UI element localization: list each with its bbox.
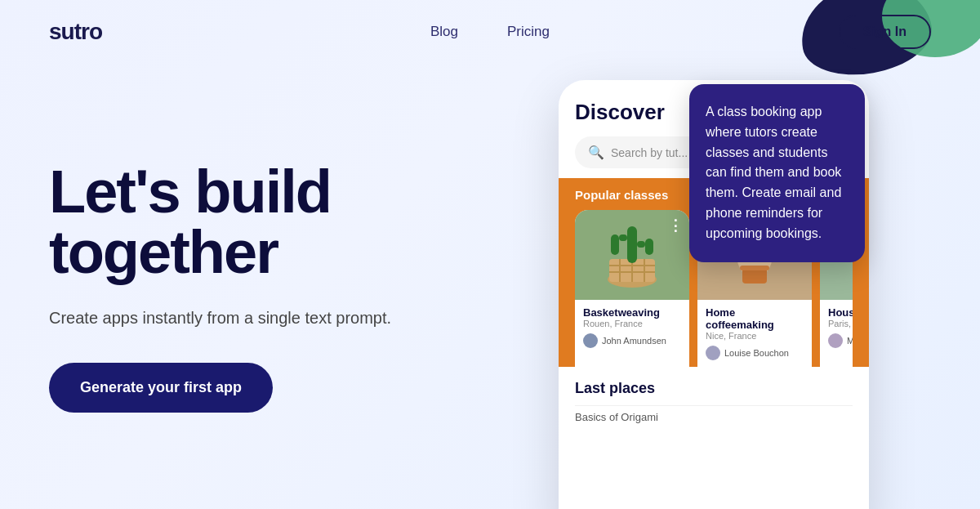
last-item-origami[interactable]: Basics of Origami (575, 405, 853, 428)
svg-rect-8 (627, 226, 637, 263)
nav-blog[interactable]: Blog (430, 24, 458, 39)
last-places-label: Last places (575, 380, 853, 397)
avatar-houseplant (828, 333, 843, 348)
hero-section: Let's build together Create apps instant… (0, 80, 980, 497)
hero-title: Let's build together (49, 162, 534, 283)
avatar-basketweaving (583, 333, 598, 348)
svg-rect-9 (611, 234, 619, 255)
hero-subtitle: Create apps instantly from a single text… (49, 306, 534, 330)
card-info-houseplant: Housepla... Paris, Fran... Michèle f... (820, 300, 853, 355)
tooltip-text: A class booking app where tutors create … (706, 105, 841, 240)
card-image-basketweaving: ⋮ (575, 210, 689, 300)
card-menu-dots[interactable]: ⋮ (668, 217, 683, 234)
card-name-coffeemaking: Home coffeemaking (706, 306, 804, 331)
hero-title-line1: Let's build (49, 158, 331, 225)
svg-rect-10 (619, 234, 627, 241)
card-author-basketweaving: John Amundsen (583, 333, 681, 348)
svg-rect-12 (637, 241, 645, 248)
navbar: sutro Blog Pricing Sign In (0, 0, 980, 64)
hero-left: Let's build together Create apps instant… (49, 80, 534, 497)
search-placeholder-text: Search by tut... (611, 146, 688, 159)
sign-in-button[interactable]: Sign In (839, 15, 931, 49)
card-name-houseplant: Housepla... (828, 306, 853, 319)
hero-right: Discover 🔍 Search by tut... Popular clas… (534, 72, 931, 497)
card-info-basketweaving: Basketweaving Rouen, France John Amundse… (575, 300, 689, 355)
last-places-section: Last places Basics of Origami (559, 367, 869, 428)
card-name-basketweaving: Basketweaving (583, 306, 681, 319)
search-icon: 🔍 (588, 145, 604, 160)
nav-pricing[interactable]: Pricing (507, 24, 550, 39)
svg-rect-17 (740, 266, 769, 270)
card-location-basketweaving: Rouen, France (583, 319, 681, 328)
card-location-houseplant: Paris, Fran... (828, 319, 853, 328)
generate-first-app-button[interactable]: Generate your first app (49, 363, 273, 413)
nav-links: Blog Pricing (430, 24, 550, 40)
hero-title-line2: together (49, 218, 278, 286)
logo[interactable]: sutro (49, 19, 102, 45)
tooltip-box: A class booking app where tutors create … (689, 84, 865, 262)
avatar-coffeemaking (706, 346, 720, 360)
class-card-basketweaving[interactable]: ⋮ Basketweaving Rouen, France John Amund… (575, 210, 689, 367)
card-author-coffeemaking: Louise Bouchon (706, 346, 804, 360)
card-location-coffeemaking: Nice, France (706, 331, 804, 341)
svg-rect-11 (645, 239, 653, 255)
card-author-houseplant: Michèle f... (828, 333, 853, 348)
card-info-coffeemaking: Home coffeemaking Nice, France Louise Bo… (697, 300, 812, 367)
